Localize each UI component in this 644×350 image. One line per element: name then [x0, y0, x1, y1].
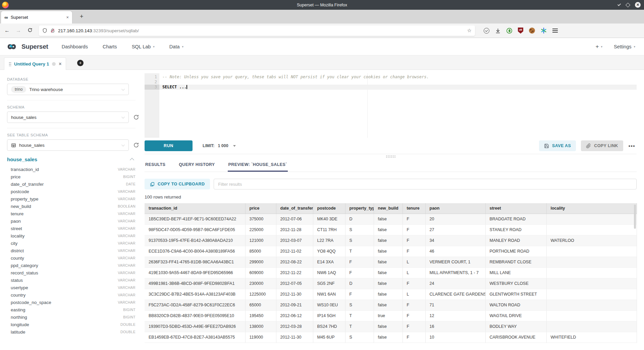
nav-item-data[interactable]: Data▾	[169, 44, 183, 49]
schema-column-row[interactable]: latitudeDOUBLE	[7, 328, 136, 336]
new-item-button[interactable]: + ▾	[596, 43, 602, 50]
vertical-scrollbar[interactable]	[634, 205, 636, 229]
schema-select[interactable]: house_sales	[7, 112, 129, 123]
column-header-street[interactable]: street	[485, 203, 546, 214]
nav-item-dashboards[interactable]: Dashboards	[62, 44, 88, 49]
nav-item-charts[interactable]: Charts	[103, 44, 117, 49]
schema-column-row[interactable]: eastingBIGINT	[7, 306, 136, 313]
schema-column-row[interactable]: countyVARCHAR	[7, 254, 136, 262]
pane-resize-handle[interactable]	[145, 154, 637, 159]
settings-menu[interactable]: Settings ▾	[614, 44, 635, 49]
link-icon	[586, 143, 591, 148]
schema-column-row[interactable]: northingBIGINT	[7, 313, 136, 321]
column-header-property_type[interactable]: property_type	[345, 203, 374, 214]
results-tab-1[interactable]: QUERY HISTORY	[178, 159, 215, 172]
column-header-date_of_transfer[interactable]: date_of_transfer	[276, 203, 313, 214]
sqllab-sidebar: DATABASE trino Trino warehouse SCHEMA ho…	[0, 70, 145, 350]
table-row: 1B5C39ED-BE7F-41EF-9E71-9C60EED74A223750…	[145, 214, 637, 224]
table-cell: F	[402, 214, 425, 224]
column-header-transaction_id[interactable]: transaction_id	[145, 203, 245, 214]
column-header-price[interactable]: price	[245, 203, 276, 214]
schema-column-row[interactable]: ppd_categoryVARCHAR	[7, 262, 136, 269]
table-cell: 2012-11-30	[276, 289, 313, 300]
column-name: transaction_id	[11, 167, 39, 172]
schema-column-row[interactable]: localityVARCHAR	[7, 232, 136, 239]
save-as-button[interactable]: SAVE AS	[539, 140, 576, 151]
table-schema-title[interactable]: house_sales	[7, 157, 37, 162]
column-header-paon[interactable]: paon	[425, 203, 485, 214]
drag-handle-icon[interactable]	[9, 62, 11, 66]
privacy-extension-icon[interactable]	[506, 28, 512, 34]
limit-dropdown[interactable]: LIMIT: 1 000	[203, 143, 236, 148]
table-cell: WESTBURY CLOSE	[485, 278, 546, 289]
add-query-tab-button[interactable]: +	[77, 60, 84, 66]
schema-column-row[interactable]: paonVARCHAR	[7, 217, 136, 225]
table-cell: 65000	[245, 300, 276, 310]
schema-column-row[interactable]: transaction_idVARCHAR	[7, 166, 136, 173]
query-tab-close-icon[interactable]: ×	[59, 61, 61, 67]
pocket-icon[interactable]	[484, 28, 489, 34]
schema-column-row[interactable]: record_statusVARCHAR	[7, 269, 136, 276]
schema-column-row[interactable]: new_buildBOOLEAN	[7, 203, 136, 210]
schema-column-row[interactable]: districtVARCHAR	[7, 247, 136, 254]
chevron-up-icon[interactable]	[130, 158, 134, 162]
schema-column-row[interactable]: tenureVARCHAR	[7, 210, 136, 217]
back-icon[interactable]: ←	[3, 28, 11, 34]
more-options-icon[interactable]: •••	[629, 143, 635, 149]
chevron-down-icon: ▾	[153, 45, 155, 48]
bookmark-star-icon[interactable]: ☆	[467, 28, 472, 34]
nav-item-sql-lab[interactable]: SQL Lab▾	[132, 44, 155, 49]
editor-code-area[interactable]: -- Note: Unless you save your query, the…	[159, 73, 637, 138]
shield-icon[interactable]	[42, 28, 47, 33]
table-select[interactable]: house_sales	[7, 139, 129, 151]
reload-icon[interactable]	[25, 28, 34, 34]
column-header-locality[interactable]: locality	[546, 203, 637, 214]
column-name: price	[11, 174, 20, 179]
column-name: record_status	[11, 270, 38, 275]
url-bar[interactable]: 217.160.120.143:32393/superset/sqllab/ ☆	[39, 26, 475, 36]
refresh-schema-icon[interactable]	[133, 114, 139, 120]
browser-tab-superset[interactable]: ∞ Superset ×	[1, 11, 72, 24]
table-cell: MK40 3DE	[313, 214, 345, 224]
sql-text: SELECT ...	[162, 85, 186, 89]
new-tab-button[interactable]: +	[80, 14, 84, 19]
results-tab-2[interactable]: PREVIEW: `HOUSE_SALES`	[228, 159, 288, 172]
schema-column-row[interactable]: postcodeVARCHAR	[7, 188, 136, 195]
schema-column-row[interactable]: priceBIGINT	[7, 173, 136, 180]
results-tab-0[interactable]: RESULTS	[145, 159, 166, 172]
column-name: status	[11, 278, 23, 283]
filter-results-input[interactable]	[214, 179, 637, 189]
run-button[interactable]: RUN	[145, 140, 193, 151]
lock-disabled-icon[interactable]	[50, 28, 55, 33]
schema-column-row[interactable]: postcode_no_spaceVARCHAR	[7, 299, 136, 306]
column-header-new_build[interactable]: new_build	[374, 203, 402, 214]
database-select[interactable]: trino Trino warehouse	[7, 84, 129, 95]
schema-column-row[interactable]: property_typeVARCHAR	[7, 195, 136, 203]
tab-close-icon[interactable]: ×	[66, 15, 69, 20]
superset-logo[interactable]: Superset	[5, 42, 48, 51]
schema-column-row[interactable]: usertypeVARCHAR	[7, 284, 136, 291]
schema-column-row[interactable]: cityVARCHAR	[7, 239, 136, 247]
sql-editor[interactable]: 1 2 3 -- Note: Unless you save your quer…	[145, 73, 637, 138]
query-tab-active[interactable]: Untitled Query 1 ×	[4, 57, 66, 70]
refresh-table-icon[interactable]	[133, 142, 139, 148]
divider	[7, 128, 136, 128]
schema-column-row[interactable]: statusVARCHAR	[7, 276, 136, 284]
schema-column-row[interactable]: date_of_transferDATE	[7, 180, 136, 188]
schema-column-row[interactable]: countryVARCHAR	[7, 291, 136, 299]
cookie-extension-icon[interactable]	[529, 28, 535, 34]
downloads-icon[interactable]	[495, 28, 501, 34]
column-name: locality	[11, 233, 24, 238]
menu-hamburger-icon[interactable]	[552, 29, 558, 33]
column-header-tenure[interactable]: tenure	[402, 203, 425, 214]
forward-icon[interactable]: →	[14, 28, 23, 34]
schema-column-row[interactable]: longitudeDOUBLE	[7, 321, 136, 328]
copy-to-clipboard-button[interactable]: COPY TO CLIPBOARD	[145, 179, 210, 189]
ublock-icon[interactable]	[518, 28, 523, 34]
schema-column-row[interactable]: streetVARCHAR	[7, 225, 136, 232]
copy-link-button[interactable]: COPY LINK	[581, 140, 623, 151]
url-text[interactable]: 217.160.120.143:32393/superset/sqllab/	[58, 28, 464, 33]
extension-asterisk-icon[interactable]	[541, 28, 547, 34]
table-cell	[546, 267, 637, 278]
column-header-postcode[interactable]: postcode	[313, 203, 345, 214]
